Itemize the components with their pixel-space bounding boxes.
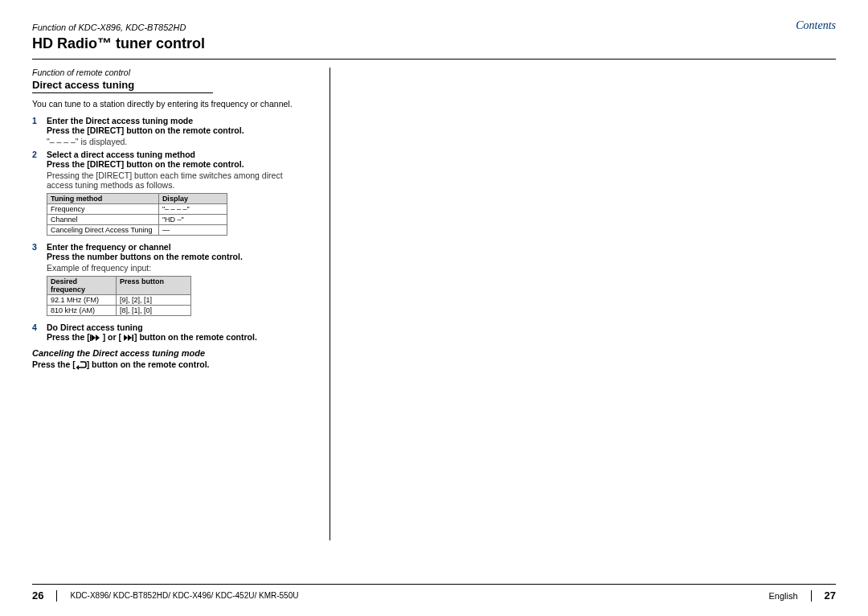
cancel-heading: Canceling the Direct access tuning mode xyxy=(32,348,304,358)
text-fragment: Press the [ xyxy=(32,359,76,369)
table-row: Canceling Direct Access Tuning — xyxy=(47,225,227,236)
table-cell: 92.1 MHz (FM) xyxy=(47,295,117,306)
table-header: Display xyxy=(158,194,227,204)
footer-divider xyxy=(811,590,812,602)
frequency-example-table: Desired frequency Press button 92.1 MHz … xyxy=(47,276,191,316)
footer-right: English 27 xyxy=(768,589,836,602)
svg-marker-4 xyxy=(128,335,132,341)
table-cell: Frequency xyxy=(47,204,159,215)
subfunction-label: Function of remote control xyxy=(32,68,304,77)
step-number: 2 xyxy=(32,150,42,169)
footer-rule xyxy=(32,584,836,585)
table-cell: Canceling Direct Access Tuning xyxy=(47,225,159,236)
step-number: 3 xyxy=(32,242,42,261)
manual-page: Function of KDC-X896, KDC-BT852HD Conten… xyxy=(0,0,868,616)
svg-rect-5 xyxy=(132,335,133,341)
step-instruction: Press the number buttons on the remote c… xyxy=(47,252,243,261)
table-cell: [9], [2], [1] xyxy=(116,295,190,306)
table-header-row: Desired frequency Press button xyxy=(47,277,191,295)
table-cell: 810 kHz (AM) xyxy=(47,306,117,316)
table-cell: [8], [1], [0] xyxy=(116,306,190,316)
table-cell: Channel xyxy=(47,215,159,225)
language-label: English xyxy=(768,591,797,601)
svg-marker-2 xyxy=(96,335,100,341)
step-instruction: Press the [DIRECT] button on the remote … xyxy=(47,125,244,135)
skip-back-icon xyxy=(90,334,103,342)
svg-marker-3 xyxy=(124,335,128,341)
step-note: Example of frequency input: xyxy=(47,263,304,273)
table-row: Channel "HD –" xyxy=(47,215,227,225)
table-header: Tuning method xyxy=(47,194,159,204)
table-cell: "HD –" xyxy=(158,215,227,225)
page-number-right: 27 xyxy=(825,589,836,602)
page-title: HD Radio™ tuner control xyxy=(32,35,836,52)
svg-marker-1 xyxy=(92,335,96,341)
step-4: 4 Do Direct access tuning Press the [] o… xyxy=(32,322,304,342)
step-number: 4 xyxy=(32,322,42,342)
svg-rect-0 xyxy=(90,335,92,341)
table-row: Frequency "– – – –" xyxy=(47,204,227,215)
step-title: Select a direct access tuning method xyxy=(47,150,244,159)
return-icon xyxy=(76,361,87,371)
header-bar: Function of KDC-X896, KDC-BT852HD Conten… xyxy=(32,19,836,34)
footer-row: 26 KDC-X896/ KDC-BT852HD/ KDC-X496/ KDC-… xyxy=(32,589,836,602)
step-instruction: Press the [DIRECT] button on the remote … xyxy=(47,159,244,169)
left-column: Function of remote control Direct access… xyxy=(32,68,312,371)
table-row: 92.1 MHz (FM) [9], [2], [1] xyxy=(47,295,191,306)
cancel-instruction: Press the [] button on the remote contro… xyxy=(32,359,304,370)
step-title: Enter the frequency or channel xyxy=(47,242,243,252)
step-2: 2 Select a direct access tuning method P… xyxy=(32,150,304,169)
tuning-method-table: Tuning method Display Frequency "– – – –… xyxy=(47,193,227,236)
text-fragment: Press the [ xyxy=(47,332,90,342)
table-header: Desired frequency xyxy=(47,277,117,295)
model-list: KDC-X896/ KDC-BT852HD/ KDC-X496/ KDC-452… xyxy=(70,591,298,600)
step-note: Pressing the [DIRECT] button each time s… xyxy=(47,170,304,190)
section-intro: You can tune to a station directly by en… xyxy=(32,98,304,109)
step-note: "– – – –" is displayed. xyxy=(47,137,304,146)
step-number: 1 xyxy=(32,116,42,135)
step-title: Enter the Direct access tuning mode xyxy=(47,116,244,125)
footer-divider xyxy=(56,590,57,602)
section-rule xyxy=(32,92,213,93)
text-fragment: ] button on the remote control. xyxy=(134,332,257,342)
title-rule xyxy=(32,59,836,60)
text-fragment: ] or [ xyxy=(103,332,121,342)
contents-link[interactable]: Contents xyxy=(796,19,836,32)
skip-forward-icon xyxy=(121,334,134,342)
footer-left: 26 KDC-X896/ KDC-BT852HD/ KDC-X496/ KDC-… xyxy=(32,589,298,602)
table-row: 810 kHz (AM) [8], [1], [0] xyxy=(47,306,191,316)
step-3: 3 Enter the frequency or channel Press t… xyxy=(32,242,304,261)
page-footer: 26 KDC-X896/ KDC-BT852HD/ KDC-X496/ KDC-… xyxy=(0,584,868,602)
body-area: Function of remote control Direct access… xyxy=(32,68,836,371)
table-cell: "– – – –" xyxy=(158,204,227,215)
table-cell: — xyxy=(158,225,227,236)
table-header: Press button xyxy=(116,277,190,295)
text-fragment: ] button on the remote control. xyxy=(87,359,210,369)
function-of-label: Function of KDC-X896, KDC-BT852HD xyxy=(32,23,186,32)
step-1: 1 Enter the Direct access tuning mode Pr… xyxy=(32,116,304,135)
step-title: Do Direct access tuning xyxy=(47,322,257,332)
column-divider xyxy=(330,68,330,540)
page-number-left: 26 xyxy=(32,589,43,602)
section-heading: Direct access tuning xyxy=(32,79,304,91)
step-instruction: Press the [] or [] button on the remote … xyxy=(47,332,257,342)
svg-marker-6 xyxy=(76,365,79,370)
table-header-row: Tuning method Display xyxy=(47,194,227,204)
